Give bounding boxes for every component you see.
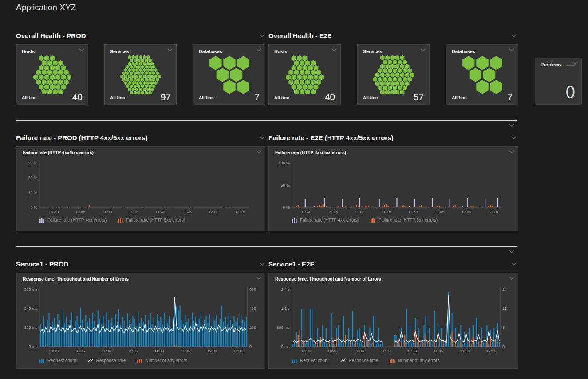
entity-count: 7	[254, 92, 260, 102]
problems-tile[interactable]: Problems 0	[535, 58, 582, 105]
chevron-down-icon[interactable]	[331, 48, 337, 52]
svg-text:30 %: 30 %	[28, 161, 37, 165]
entity-count: 7	[507, 92, 513, 102]
honeycomb-chart	[451, 55, 513, 95]
health-tile-hosts[interactable]: HostsAll fine40	[16, 44, 88, 105]
chevron-down-icon[interactable]	[256, 48, 262, 52]
svg-text:2.4 s: 2.4 s	[281, 287, 290, 292]
legend-label: Failure rate (HTTP 4xx errors)	[47, 218, 107, 223]
health-tile-hosts[interactable]: HostsAll fine40	[268, 44, 341, 105]
chevron-down-icon[interactable]	[256, 276, 262, 280]
chevron-down-icon[interactable]	[511, 262, 517, 266]
svg-text:0 ms: 0 ms	[281, 344, 290, 349]
status-text: All fine	[363, 95, 378, 100]
failure-rate-e2e-chart-tile[interactable]: Failure rate (HTTP 4xx/5xx errors) 100 %…	[268, 146, 518, 231]
status-text: All fine	[452, 95, 466, 100]
legend-item[interactable]: Request count	[292, 358, 329, 363]
legend-item[interactable]: Failure rate (HTTP 5xx errors)	[371, 218, 438, 223]
line-series-icon	[88, 358, 94, 363]
bar-series-icon	[137, 358, 142, 363]
health-tile-databases[interactable]: DatabasesAll fine7	[446, 44, 518, 105]
divider-chevron-icon[interactable]	[509, 250, 515, 254]
bar-series-icon	[292, 218, 297, 223]
legend-label: Number of any errors	[398, 358, 439, 363]
legend-label: Failure rate (HTTP 5xx errors)	[379, 218, 438, 223]
problems-count: 0	[566, 83, 575, 102]
status-text: All fine	[22, 95, 36, 100]
chevron-down-icon[interactable]	[79, 48, 85, 52]
svg-text:200: 200	[249, 325, 256, 330]
section-title: Overall Health - E2E	[268, 32, 332, 39]
chevron-down-icon[interactable]	[509, 48, 515, 52]
section-title: Overall Health - PROD	[16, 32, 86, 39]
legend-item[interactable]: Response time	[340, 358, 379, 363]
chevron-down-icon[interactable]	[509, 150, 515, 154]
svg-text:11:00: 11:00	[355, 210, 364, 214]
chart-legend: Failure rate (HTTP 4xx errors)Failure ra…	[39, 218, 185, 223]
failure-rate-e2e-chart: 100 %50 %0 %10:3010:4511:0011:1511:3011:…	[272, 158, 515, 218]
service1-e2e-chart-tile[interactable]: Response time, Throughput and Number of …	[268, 273, 518, 369]
chevron-down-icon[interactable]	[420, 48, 426, 52]
health-tile-services[interactable]: ServicesAll fine97	[104, 44, 177, 105]
svg-text:0: 0	[502, 344, 505, 349]
health-tile-databases[interactable]: DatabasesAll fine7	[193, 44, 265, 105]
svg-text:360 ms: 360 ms	[24, 287, 37, 292]
legend-item[interactable]: Number of any errors	[137, 358, 187, 363]
chevron-down-icon[interactable]	[572, 61, 578, 65]
svg-text:10 %: 10 %	[28, 191, 37, 195]
svg-text:12:00: 12:00	[209, 210, 219, 214]
svg-text:11:15: 11:15	[382, 210, 391, 214]
chevron-down-icon[interactable]	[259, 34, 265, 38]
legend-item[interactable]: Number of any errors	[390, 358, 439, 363]
legend-label: Request count	[300, 358, 329, 363]
bar-series-icon	[39, 358, 45, 363]
status-text: All fine	[199, 95, 213, 100]
line-series-icon	[340, 358, 346, 363]
chart-title: Response time, Throughput and Number of …	[23, 277, 129, 281]
chevron-down-icon[interactable]	[259, 262, 265, 266]
chart-title: Failure rate (HTTP 4xx/5xx errors)	[275, 150, 346, 155]
svg-text:0 %: 0 %	[30, 205, 37, 210]
chevron-down-icon[interactable]	[167, 48, 173, 52]
section-divider	[16, 120, 517, 121]
service1-prod-chart-tile[interactable]: Response time, Throughput and Number of …	[16, 273, 265, 369]
legend-item[interactable]: Failure rate (HTTP 4xx errors)	[39, 218, 107, 223]
chevron-down-icon[interactable]	[511, 136, 517, 140]
failure-rate-prod-chart-tile[interactable]: Failure rate (HTTP 4xx/5xx errors) 30 %2…	[16, 146, 265, 231]
legend-label: Request count	[47, 358, 76, 363]
failure-rate-prod-chart: 30 %20 %10 %0 %10:3010:4511:0011:1511:30…	[20, 158, 262, 218]
entity-count: 40	[325, 92, 335, 102]
legend-label: Failure rate (HTTP 5xx errors)	[126, 218, 185, 223]
section-header-health-e2e: Overall Health - E2E	[268, 31, 517, 40]
svg-text:0 ms: 0 ms	[28, 344, 37, 349]
svg-text:11:15: 11:15	[129, 210, 138, 214]
svg-text:11:30: 11:30	[408, 210, 418, 214]
chevron-down-icon[interactable]	[256, 150, 262, 154]
status-text: All fine	[274, 95, 289, 100]
entity-count: 40	[72, 92, 83, 102]
legend-item[interactable]: Failure rate (HTTP 4xx errors)	[292, 218, 359, 223]
bar-series-icon	[292, 358, 297, 363]
chart-title: Response time, Throughput and Number of …	[275, 277, 381, 281]
svg-text:10:30: 10:30	[301, 349, 312, 353]
chart-title: Failure rate (HTTP 4xx/5xx errors)	[23, 150, 94, 155]
svg-text:400: 400	[249, 306, 256, 311]
section-title: Failure rate - PROD (HTTP 4xx/5xx errors…	[16, 134, 148, 141]
svg-text:10:45: 10:45	[75, 349, 85, 353]
svg-text:100 %: 100 %	[278, 161, 290, 165]
honeycomb-chart	[363, 55, 425, 95]
divider-chevron-icon[interactable]	[509, 123, 515, 127]
svg-text:11:45: 11:45	[434, 349, 443, 353]
legend-item[interactable]: Request count	[39, 358, 76, 363]
legend-label: Number of any errors	[145, 358, 187, 363]
section-title: Service1 - PROD	[16, 260, 68, 268]
svg-text:11:00: 11:00	[102, 210, 112, 214]
chevron-down-icon[interactable]	[259, 136, 265, 140]
chevron-down-icon[interactable]	[509, 276, 515, 280]
chart-legend: Request countResponse timeNumber of any …	[292, 358, 440, 363]
legend-item[interactable]: Failure rate (HTTP 5xx errors)	[118, 218, 185, 223]
legend-item[interactable]: Response time	[88, 358, 126, 363]
chevron-down-icon[interactable]	[511, 34, 517, 38]
health-tile-services[interactable]: ServicesAll fine57	[357, 44, 430, 105]
tile-label: Hosts	[274, 49, 287, 54]
